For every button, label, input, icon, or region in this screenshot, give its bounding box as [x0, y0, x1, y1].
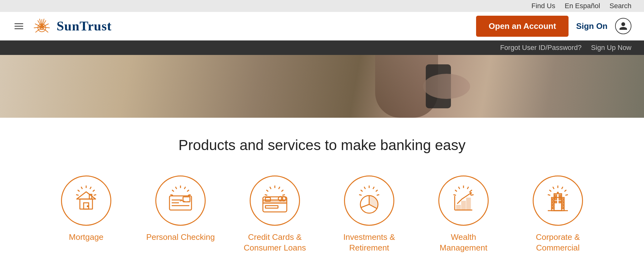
check-icon [165, 185, 196, 216]
svg-line-71 [453, 195, 456, 195]
en-espanol-link[interactable]: En Español [565, 2, 600, 10]
svg-line-58 [364, 187, 365, 189]
svg-rect-46 [263, 197, 287, 212]
find-us-link[interactable]: Find Us [531, 2, 555, 10]
personal-checking-icon-circle [155, 175, 206, 226]
svg-line-67 [470, 190, 472, 192]
svg-rect-93 [562, 207, 563, 209]
svg-rect-89 [552, 207, 554, 209]
product-corporate[interactable]: Corporate &Commercial [520, 175, 596, 253]
svg-rect-76 [467, 198, 470, 210]
product-mortgage[interactable]: Mortgage [48, 175, 124, 253]
sign-up-link[interactable]: Sign Up Now [591, 44, 631, 52]
house-icon [70, 185, 102, 216]
svg-line-28 [184, 187, 186, 189]
svg-rect-98 [559, 198, 561, 200]
svg-rect-86 [552, 199, 554, 200]
hero-banner-inner [0, 55, 644, 118]
header-left: SunTrust [13, 15, 476, 37]
user-icon [619, 21, 628, 31]
signon-dropdown: Forgot User ID/Password? Sign Up Now [0, 40, 644, 55]
svg-line-43 [270, 187, 271, 189]
svg-line-70 [455, 190, 457, 192]
hamburger-menu-button[interactable] [13, 21, 25, 31]
forgot-credentials-link[interactable]: Forgot User ID/Password? [500, 44, 581, 52]
svg-rect-23 [80, 199, 92, 209]
credit-cards-icon-circle [250, 175, 300, 226]
svg-rect-75 [462, 201, 465, 210]
svg-rect-99 [559, 201, 561, 203]
svg-rect-74 [457, 205, 460, 210]
wealth-icon-circle [438, 175, 489, 226]
svg-rect-87 [552, 202, 554, 203]
products-grid: Mortgage [25, 175, 619, 253]
building-icon [542, 185, 574, 216]
svg-line-31 [175, 187, 177, 189]
header-right: Open an Account Sign On [476, 16, 631, 37]
utility-bar: Find Us En Español Search [0, 0, 644, 12]
open-account-button[interactable]: Open an Account [476, 16, 569, 37]
svg-line-40 [279, 187, 280, 189]
svg-rect-94 [555, 195, 557, 197]
mortgage-icon-circle [61, 175, 111, 226]
wealth-label: WealthManagement [440, 232, 487, 253]
svg-line-81 [553, 187, 554, 189]
suntrust-logo-icon [31, 15, 53, 37]
svg-line-44 [266, 190, 268, 192]
svg-line-17 [93, 190, 95, 192]
svg-rect-88 [552, 204, 554, 206]
product-investments[interactable]: Investments &Retirement [331, 175, 407, 253]
svg-line-55 [373, 187, 374, 189]
svg-rect-95 [555, 198, 557, 200]
main-header: SunTrust Open an Account Sign On [0, 12, 644, 40]
mortgage-label: Mortgage [69, 232, 103, 243]
svg-rect-90 [562, 199, 563, 200]
svg-line-56 [376, 190, 378, 192]
svg-line-79 [564, 190, 566, 192]
svg-rect-14 [41, 28, 42, 30]
hamburger-line-2 [14, 26, 23, 27]
personal-checking-label: Personal Checking [146, 232, 215, 243]
chart-icon [448, 185, 479, 216]
product-personal-checking[interactable]: Personal Checking [143, 175, 218, 253]
svg-line-21 [76, 195, 79, 195]
hamburger-line-1 [14, 23, 23, 24]
svg-line-33 [170, 195, 173, 195]
svg-line-80 [565, 195, 568, 195]
svg-rect-91 [562, 202, 563, 203]
card-icon [259, 185, 291, 216]
svg-line-66 [467, 187, 469, 189]
corporate-icon-circle [533, 175, 583, 226]
product-credit-cards[interactable]: Credit Cards &Consumer Loans [237, 175, 313, 253]
logo-area: SunTrust [31, 15, 112, 37]
svg-line-30 [188, 195, 191, 195]
products-section: Products and services to make banking ea… [0, 118, 644, 259]
user-profile-button[interactable] [615, 18, 631, 34]
hero-banner [0, 55, 644, 118]
svg-line-83 [548, 195, 550, 195]
svg-line-68 [471, 195, 474, 195]
svg-line-64 [361, 204, 369, 208]
svg-rect-53 [265, 206, 278, 208]
corporate-label: Corporate &Commercial [536, 232, 580, 253]
hamburger-line-3 [14, 28, 23, 29]
svg-rect-96 [555, 201, 557, 203]
svg-line-29 [187, 190, 189, 192]
svg-rect-97 [559, 195, 561, 197]
svg-line-69 [458, 187, 460, 189]
sign-on-button[interactable]: Sign On [576, 21, 608, 31]
svg-line-19 [81, 187, 82, 189]
investments-icon-circle [344, 175, 394, 226]
svg-line-41 [281, 190, 283, 192]
pie-icon [353, 185, 385, 216]
svg-rect-92 [562, 204, 563, 206]
search-link[interactable]: Search [609, 2, 631, 10]
svg-line-60 [359, 195, 362, 195]
product-wealth[interactable]: WealthManagement [426, 175, 501, 253]
svg-line-20 [78, 190, 80, 192]
svg-marker-22 [77, 192, 96, 199]
svg-line-45 [265, 195, 267, 195]
products-section-title: Products and services to make banking ea… [25, 137, 619, 154]
svg-line-16 [90, 187, 91, 189]
suntrust-logo-text: SunTrust [57, 19, 112, 34]
